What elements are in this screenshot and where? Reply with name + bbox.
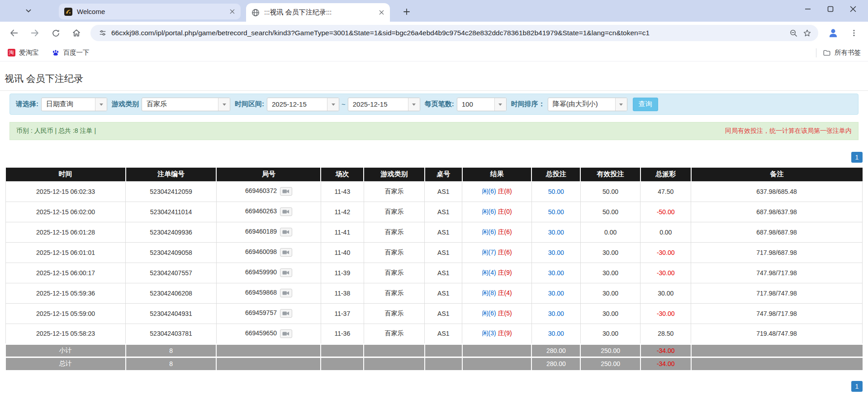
globe-icon — [251, 9, 260, 17]
bet-record-row: 2025-12-15 06:01:28 523042409936 6694601… — [6, 222, 863, 242]
browser-menu-button[interactable] — [845, 24, 863, 42]
cell-bet-id: 523042409058 — [126, 242, 217, 263]
footer-empty-cell — [364, 357, 424, 370]
home-button[interactable] — [68, 24, 85, 42]
cell-total-bet: 30.00 — [531, 242, 580, 263]
cell-result: 闲(4) 庄(9) — [462, 263, 531, 283]
cell-valid-bet: 30.00 — [580, 303, 640, 324]
page-size-select[interactable]: 100 — [457, 98, 507, 111]
cell-payout: 47.50 — [640, 181, 691, 202]
tab-welcome[interactable]: Welcome — [59, 4, 241, 19]
total-bet-link[interactable]: 50.00 — [548, 208, 564, 216]
chevron-down-icon[interactable] — [218, 98, 230, 111]
browser-toolbar: 66cxkj98.com/ipl/portal.php/game/betreco… — [0, 22, 868, 44]
chevron-down-icon[interactable] — [327, 98, 339, 111]
page-title: 视讯 会员下注纪录 — [5, 72, 868, 85]
total-total-bet: 280.00 — [531, 357, 580, 370]
sort-label: 时间排序： — [511, 100, 545, 108]
restore-icon — [825, 4, 835, 14]
tab-betrecord[interactable]: :::视讯 会员下注纪录::: — [246, 3, 390, 22]
chevron-down-icon — [24, 7, 33, 15]
bookmark-taobao[interactable]: 淘 爱淘宝 — [7, 48, 39, 57]
date-to-select[interactable]: 2025-12-15 — [348, 98, 420, 111]
subtotal-payout: -34.00 — [640, 344, 691, 357]
sort-select[interactable]: 降幂(由大到小) — [548, 98, 627, 111]
cell-session: 11-39 — [321, 263, 364, 283]
summary-bar: 币别 : 人民币 | 总共 :8 注单 | 同局有效投注，统一计算在该局第一张注… — [9, 122, 859, 140]
total-bet-link[interactable]: 50.00 — [548, 188, 564, 195]
total-bet-link[interactable]: 30.00 — [548, 330, 564, 337]
video-replay-icon[interactable] — [280, 309, 292, 318]
cell-round: 669459757 — [216, 303, 321, 324]
chevron-down-icon[interactable] — [95, 98, 107, 111]
taobao-glyph: 淘 — [8, 49, 15, 56]
browser-window: Welcome :::视讯 会员下注纪录::: — [0, 0, 868, 392]
maximize-button[interactable] — [819, 2, 842, 16]
round-number: 669459868 — [245, 289, 277, 296]
video-replay-icon[interactable] — [280, 207, 292, 216]
address-bar[interactable]: 66cxkj98.com/ipl/portal.php/game/betreco… — [90, 25, 818, 41]
total-bet-link[interactable]: 30.00 — [548, 310, 564, 317]
cell-table: AS1 — [425, 324, 462, 344]
footer-empty-cell — [321, 344, 364, 357]
profile-avatar[interactable] — [825, 24, 842, 42]
url-text[interactable]: 66cxkj98.com/ipl/portal.php/game/betreco… — [111, 29, 787, 37]
total-bet-link[interactable]: 30.00 — [548, 249, 564, 256]
video-replay-icon[interactable] — [280, 329, 292, 338]
total-bet-link[interactable]: 30.00 — [548, 269, 564, 277]
round-number: 669460189 — [245, 228, 277, 235]
video-replay-icon[interactable] — [280, 187, 292, 196]
total-valid-bet: 250.00 — [580, 357, 640, 370]
bookmark-baidu[interactable]: 百度一下 — [52, 48, 90, 57]
back-button[interactable] — [5, 24, 23, 42]
cell-result: 闲(6) 庄(5) — [462, 303, 531, 324]
page-number-button[interactable]: 1 — [851, 381, 863, 392]
video-replay-icon[interactable] — [280, 289, 292, 297]
tab-close-icon[interactable] — [376, 8, 386, 18]
cell-result: 闲(6) 庄(0) — [462, 202, 531, 222]
chevron-down-icon[interactable] — [615, 98, 627, 111]
cell-game: 百家乐 — [364, 242, 424, 263]
all-bookmarks[interactable]: 所有书签 — [816, 48, 861, 57]
date-from-value: 2025-12-15 — [267, 98, 327, 111]
welcome-favicon-icon — [64, 8, 72, 16]
total-bet-link[interactable]: 30.00 — [548, 229, 564, 236]
video-replay-icon[interactable] — [280, 228, 292, 236]
query-type-select[interactable]: 日期查询 — [41, 98, 107, 111]
subtotal-row: 小计 8 280.00 250.00 -34.00 — [6, 344, 863, 357]
new-tab-button[interactable] — [400, 5, 413, 19]
tab-strip: Welcome :::视讯 会员下注纪录::: — [0, 0, 868, 22]
zoom-out-icon[interactable] — [787, 26, 800, 40]
page-number-button[interactable]: 1 — [851, 152, 863, 163]
video-replay-icon[interactable] — [280, 248, 292, 257]
reload-button[interactable] — [47, 24, 64, 42]
bookmark-star-icon[interactable] — [800, 26, 814, 40]
chevron-down-icon[interactable] — [494, 98, 506, 111]
cell-total-bet: 30.00 — [531, 283, 580, 303]
tab-search-button[interactable] — [21, 5, 36, 17]
video-replay-icon[interactable] — [280, 268, 292, 277]
minimize-button[interactable] — [797, 2, 819, 16]
cell-table: AS1 — [425, 263, 462, 283]
close-button[interactable] — [842, 2, 864, 16]
bet-record-row: 2025-12-15 06:00:17 523042407557 6694599… — [6, 263, 863, 283]
round-number: 669460263 — [245, 207, 277, 215]
cell-session: 11-37 — [321, 303, 364, 324]
site-info-icon[interactable] — [96, 26, 109, 40]
total-bet-link[interactable]: 30.00 — [548, 290, 564, 297]
cell-table: AS1 — [425, 303, 462, 324]
footer-empty-cell — [462, 344, 531, 357]
date-from-select[interactable]: 2025-12-15 — [267, 98, 339, 111]
tab-title: Welcome — [77, 8, 227, 15]
game-category-select[interactable]: 百家乐 — [142, 98, 230, 111]
col-round: 局号 — [216, 168, 321, 181]
cell-table: AS1 — [425, 202, 462, 222]
search-button[interactable]: 查询 — [633, 98, 658, 111]
tab-close-icon[interactable] — [227, 7, 237, 17]
col-total-bet: 总投注 — [531, 168, 580, 181]
chevron-down-icon[interactable] — [408, 98, 420, 111]
forward-button[interactable] — [26, 24, 43, 42]
range-separator: ~ — [342, 100, 346, 108]
result-player: 闲(6) — [482, 310, 496, 317]
bet-record-row: 2025-12-15 05:59:00 523042404931 6694597… — [6, 303, 863, 324]
